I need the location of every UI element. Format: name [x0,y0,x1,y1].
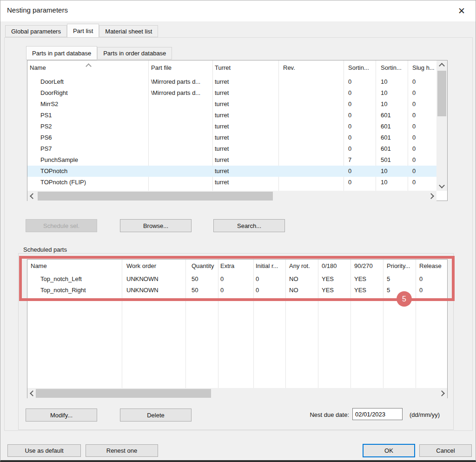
use-as-default-button[interactable]: Use as default [7,444,81,457]
scroll-down-icon[interactable] [437,181,446,191]
delete-button[interactable]: Delete [120,408,192,422]
table-cell: YES [322,285,334,296]
column-header[interactable]: Quantity [192,260,214,273]
table-cell: NO [289,274,298,285]
horizontal-scrollbar-thumb[interactable] [38,192,273,201]
column-header[interactable]: Part file [151,60,172,75]
table-cell: 0 [348,76,351,87]
table-cell: 0 [412,143,416,154]
column-header[interactable]: 90/270 [354,260,373,273]
close-icon[interactable]: ✕ [455,4,468,17]
table-cell: 0 [412,110,416,121]
column-header[interactable]: Slug h... [412,60,435,75]
cancel-button[interactable]: Cancel [419,444,472,457]
table-cell: UNKNOWN [126,274,159,285]
table-cell: 0 [412,154,416,166]
table-cell: UNKNOWN [126,285,159,296]
table-cell: TOPnotch (FLIP) [40,177,86,188]
table-cell: 10 [381,76,387,87]
table-cell: 501 [381,154,391,166]
scheduled-parts-label: Scheduled parts [21,246,69,253]
column-header[interactable]: Rev. [283,60,295,75]
column-header[interactable]: Release [419,260,442,273]
table-cell: YES [354,285,366,296]
table-cell: YES [354,274,366,285]
table-cell: 601 [381,121,391,132]
table-cell: NO [289,285,298,296]
table-cell: 7 [348,154,351,166]
table-row[interactable]: Top_notch_LeftUNKNOWN5000NOYESYES50 [27,274,447,285]
table-cell: turret [215,154,229,166]
column-header[interactable]: Initial r... [256,260,278,273]
scroll-right-icon[interactable] [438,388,447,398]
column-header[interactable]: 0/180 [322,260,337,273]
table-row[interactable]: PS1turret06010 [27,110,436,121]
tab-material-sheet-list[interactable]: Material sheet list [99,25,158,37]
table-cell: 0 [412,132,416,143]
horizontal-scrollbar[interactable] [27,191,436,201]
dialog-title: Nesting parameters [7,6,68,14]
table-cell: TOPnotch [40,166,67,177]
table-cell: \Mirrored parts d... [151,87,200,99]
horizontal-scrollbar[interactable] [27,388,447,399]
browse-button[interactable]: Browse... [120,219,192,232]
vertical-scrollbar-thumb[interactable] [437,71,446,116]
scroll-up-icon[interactable] [437,60,446,70]
table-cell: Top_notch_Left [40,274,82,285]
tab-global-parameters[interactable]: Global parameters [5,25,67,37]
nesting-parameters-dialog: Nesting parameters ✕ Global parameters P… [0,0,476,462]
column-header[interactable]: Priority... [387,260,410,273]
table-row[interactable]: PunchSampleturret75010 [27,154,436,166]
table-cell: PS1 [40,110,52,121]
table-cell: 601 [381,132,391,143]
table-row[interactable]: DoorLeft\Mirrored parts d...turret0100 [27,76,436,87]
table-cell: 10 [381,177,387,188]
column-header[interactable]: Name [30,60,46,75]
nest-due-date-input[interactable] [352,408,403,420]
table-cell: 0 [412,177,416,188]
table-cell: turret [215,132,229,143]
tab-parts-in-order-database[interactable]: Parts in order database [97,47,172,60]
table-row[interactable]: PS7turret06010 [27,143,436,154]
table-cell: 0 [348,87,351,99]
table-cell: PS7 [40,143,52,154]
table-cell: turret [215,110,229,121]
scroll-left-icon[interactable] [27,191,37,201]
ok-button[interactable]: OK [363,444,415,457]
scroll-left-icon[interactable] [27,388,37,398]
vertical-scrollbar[interactable] [436,60,447,191]
table-cell: 10 [381,99,387,110]
column-header[interactable]: Turret [215,60,231,75]
table-cell: 0 [419,285,423,296]
parts-table: NamePart fileTurretRev.Sortin...Sortin..… [27,60,448,201]
tab-part-list[interactable]: Part list [67,24,99,38]
table-row[interactable]: PS2turret06010 [27,121,436,132]
table-cell: 10 [381,166,387,177]
column-header[interactable]: Extra [220,260,234,273]
table-row[interactable]: TOPnotchturret0100 [27,166,436,177]
scheduled-table-header: NameWork orderQuantityExtraInitial r...A… [27,260,447,274]
table-row[interactable]: DoorRight\Mirrored parts d...turret0100 [27,87,436,99]
table-cell: turret [215,87,229,99]
column-header[interactable]: Work order [126,260,156,273]
column-header[interactable]: Sortin... [348,60,369,75]
scroll-right-icon[interactable] [427,191,436,201]
horizontal-scrollbar-thumb[interactable] [36,389,211,398]
renest-one-button[interactable]: Renest one [86,444,158,457]
column-header[interactable]: Any rot. [289,260,310,273]
table-cell: 0 [412,121,416,132]
table-cell: 0 [256,285,259,296]
table-row[interactable]: PS6turret06010 [27,132,436,143]
tab-parts-in-part-database[interactable]: Parts in part database [26,46,97,60]
table-row[interactable]: TOPnotch (FLIP)turret0100 [27,177,436,188]
search-button[interactable]: Search... [213,219,285,232]
modify-button[interactable]: Modify... [26,408,97,422]
table-cell: 0 [412,99,416,110]
column-header[interactable]: Sortin... [381,60,402,75]
table-row[interactable]: MirrS2turret0100 [27,99,436,110]
table-cell: 0 [348,177,351,188]
table-cell: 0 [220,285,224,296]
table-cell: PunchSample [40,154,78,166]
column-header[interactable]: Name [31,260,47,273]
table-row[interactable]: Top_notch_RightUNKNOWN5000NOYESYES50 [27,285,447,296]
